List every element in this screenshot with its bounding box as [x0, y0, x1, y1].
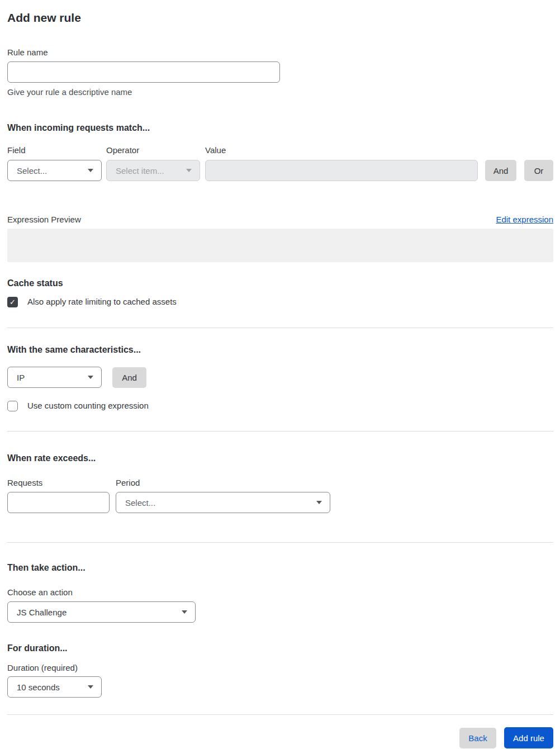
period-select-value: Select... — [125, 498, 155, 508]
value-label: Value — [205, 145, 226, 156]
action-heading: Then take action... — [7, 562, 553, 574]
rule-name-input[interactable] — [7, 61, 280, 83]
requests-input[interactable] — [7, 492, 110, 513]
characteristic-select-value: IP — [17, 373, 25, 382]
period-select[interactable]: Select... — [116, 492, 330, 513]
field-label: Field — [7, 145, 106, 156]
characteristics-heading: With the same characteristics... — [7, 344, 553, 356]
match-section-heading: When incoming requests match... — [7, 122, 553, 134]
requests-label: Requests — [7, 477, 116, 489]
page-title: Add new rule — [7, 10, 553, 26]
and-button[interactable]: And — [485, 160, 516, 181]
value-input — [205, 160, 478, 181]
chevron-down-icon — [88, 169, 93, 172]
duration-heading: For duration... — [7, 642, 553, 655]
operator-select-value: Select item... — [116, 166, 164, 176]
expression-preview-label: Expression Preview — [7, 214, 81, 225]
choose-action-label: Choose an action — [7, 587, 553, 598]
cached-assets-checkbox[interactable]: ✓ — [7, 297, 18, 307]
rule-name-helper: Give your rule a descriptive name — [7, 87, 553, 98]
chevron-down-icon — [88, 685, 93, 689]
check-icon: ✓ — [10, 298, 16, 306]
chevron-down-icon — [182, 610, 187, 614]
back-button[interactable]: Back — [459, 728, 496, 748]
custom-counting-checkbox-label: Use custom counting expression — [27, 400, 149, 411]
characteristic-select[interactable]: IP — [7, 367, 102, 388]
add-rule-button[interactable]: Add rule — [504, 727, 553, 748]
chevron-down-icon — [316, 501, 322, 504]
divider — [7, 542, 553, 543]
add-rule-form: Add new rule Rule name Give your rule a … — [0, 0, 560, 748]
or-button[interactable]: Or — [524, 160, 553, 181]
duration-select[interactable]: 10 seconds — [7, 676, 102, 698]
divider — [7, 714, 553, 715]
custom-counting-checkbox[interactable] — [7, 401, 18, 411]
rule-name-label: Rule name — [7, 47, 553, 58]
divider — [7, 431, 553, 432]
field-select-value: Select... — [17, 166, 47, 176]
divider — [7, 328, 553, 328]
chevron-down-icon — [88, 376, 93, 379]
action-select-value: JS Challenge — [17, 608, 67, 617]
edit-expression-link[interactable]: Edit expression — [496, 214, 553, 225]
action-select[interactable]: JS Challenge — [7, 601, 196, 623]
operator-label: Operator — [106, 145, 205, 156]
field-select[interactable]: Select... — [7, 160, 102, 181]
cache-status-heading: Cache status — [7, 277, 553, 290]
duration-label: Duration (required) — [7, 662, 553, 674]
characteristics-and-button[interactable]: And — [112, 367, 146, 388]
rate-heading: When rate exceeds... — [7, 452, 553, 464]
duration-select-value: 10 seconds — [17, 682, 60, 692]
expression-preview-box — [7, 229, 553, 262]
cached-assets-checkbox-label: Also apply rate limiting to cached asset… — [27, 296, 177, 307]
operator-select: Select item... — [106, 160, 200, 181]
chevron-down-icon — [186, 169, 192, 172]
period-label: Period — [116, 477, 140, 489]
